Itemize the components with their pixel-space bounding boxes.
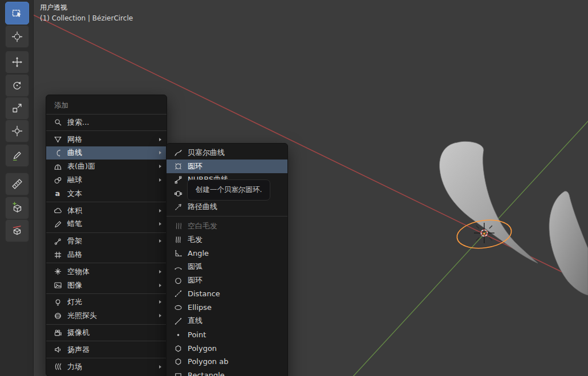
menu-item-volume[interactable]: 体积 — [46, 204, 167, 218]
menu-item-camera[interactable]: 摄像机 — [46, 326, 167, 340]
submenu-item-polygon[interactable]: Polygon — [167, 341, 287, 355]
submenu-item-arc[interactable]: 圆弧 — [167, 260, 287, 273]
tool-rotate-button[interactable] — [5, 74, 29, 97]
tooltip: 创建一个贝塞尔圆环. — [187, 179, 270, 201]
submenu-item-ellipse[interactable]: Ellipse — [167, 301, 287, 314]
tool-transform-button[interactable] — [5, 120, 29, 142]
tool-add-cube-button[interactable] — [5, 197, 29, 219]
grease-pencil-icon — [53, 219, 62, 228]
empty-hair-icon — [173, 222, 183, 231]
menu-separator — [46, 114, 167, 115]
nurbs-curve-icon — [173, 175, 183, 184]
menu-item-text[interactable]: a 文本 — [46, 187, 167, 201]
tool-select-box-button[interactable] — [5, 2, 29, 24]
tool-move-button[interactable] — [5, 51, 29, 73]
submenu-item-bezier-circle[interactable]: 圆环 — [167, 160, 287, 173]
tool-cursor-button[interactable] — [5, 25, 29, 48]
menu-item-speaker[interactable]: 扬声器 — [46, 343, 167, 357]
submenu-item-bezier-curve[interactable]: 贝塞尔曲线 — [167, 146, 287, 160]
nurbs-circle-icon — [173, 189, 183, 198]
curve-surface-object-1[interactable] — [440, 141, 538, 263]
polygon-ab-icon — [173, 357, 183, 366]
submenu-arrow-icon — [159, 365, 161, 369]
add-menu: 添加 搜索... 网格 曲线 表(曲)面 融球 a 文本 体积 蜡笔 — [46, 95, 167, 376]
submenu-arrow-icon — [159, 151, 161, 154]
breadcrumb: (1) Collection | BézierCircle — [40, 14, 133, 22]
cursor-icon — [11, 30, 23, 43]
menu-item-armature[interactable]: 骨架 — [46, 234, 167, 248]
empty-axes-icon — [53, 267, 62, 276]
submenu-arrow-icon — [159, 222, 161, 226]
submenu-item-empty-hair[interactable]: 空白毛发 — [167, 219, 287, 233]
submenu-arrow-icon — [159, 178, 161, 182]
submenu-arrow-icon — [159, 239, 161, 243]
menu-item-metaball[interactable]: 融球 — [46, 173, 167, 187]
text-icon: a — [53, 189, 62, 198]
line-icon — [173, 316, 183, 325]
curve-icon — [53, 148, 62, 157]
menu-item-image[interactable]: 图像 — [46, 279, 167, 292]
submenu-item-line[interactable]: 直线 — [167, 314, 287, 328]
menu-item-light[interactable]: 灯光 — [46, 296, 167, 309]
submenu-item-distance[interactable]: Distance — [167, 287, 287, 301]
submenu-item-angle[interactable]: Angle — [167, 247, 287, 260]
menu-item-grease-pencil[interactable]: 蜡笔 — [46, 218, 167, 231]
submenu-arrow-icon — [159, 165, 161, 168]
submenu-item-circle[interactable]: 圆环 — [167, 273, 287, 287]
circle-icon — [173, 276, 183, 285]
menu-separator — [46, 324, 167, 325]
mesh-icon — [53, 135, 62, 144]
bezier-curve-icon — [173, 148, 183, 157]
menu-separator — [167, 216, 287, 216]
object-origin-dot — [483, 232, 485, 235]
submenu-item-rectangle[interactable]: Rectangle — [167, 369, 287, 376]
submenu-arrow-icon — [159, 314, 161, 317]
scale-icon — [11, 102, 23, 115]
lattice-icon — [53, 250, 62, 259]
menu-item-empty[interactable]: 空物体 — [46, 265, 167, 279]
menu-item-search[interactable]: 搜索... — [46, 116, 167, 129]
ruler-icon — [11, 178, 23, 190]
tool-add-extra-button[interactable] — [5, 219, 29, 242]
rectangle-icon — [173, 371, 183, 376]
menu-separator — [46, 341, 167, 341]
submenu-item-path-curve[interactable]: 路径曲线 — [167, 200, 287, 214]
add-cube-icon — [11, 202, 23, 214]
curve-surface-object-2[interactable] — [549, 191, 588, 295]
view-perspective-label: 用户透视 — [40, 3, 67, 13]
tool-measure-button[interactable] — [5, 173, 29, 195]
ellipse-icon — [173, 303, 183, 312]
light-probe-icon — [53, 311, 62, 320]
arc-icon — [173, 262, 183, 271]
curve-submenu: 贝塞尔曲线 圆环 NURBS曲线 NURBS圆环 路径曲线 空白毛发 毛发 An… — [166, 143, 288, 376]
menu-item-force-field[interactable]: 力场 — [46, 360, 167, 374]
force-field-icon — [53, 362, 62, 371]
image-icon — [53, 281, 62, 290]
submenu-item-point[interactable]: Point — [167, 328, 287, 341]
pen-icon — [11, 149, 23, 162]
cube-slash-icon — [11, 224, 23, 237]
submenu-item-fur[interactable]: 毛发 — [167, 233, 287, 247]
submenu-arrow-icon — [159, 270, 161, 273]
menu-item-curve[interactable]: 曲线 — [46, 146, 167, 160]
camera-icon — [53, 328, 62, 337]
submenu-arrow-icon — [159, 300, 161, 304]
menu-item-lattice[interactable]: 晶格 — [46, 248, 167, 261]
menu-item-surface[interactable]: 表(曲)面 — [46, 160, 167, 173]
polygon-icon — [173, 344, 183, 353]
toolbar — [0, 0, 34, 376]
menu-separator — [46, 263, 167, 263]
menu-item-light-probe[interactable]: 光照探头 — [46, 309, 167, 322]
select-box-icon — [11, 7, 23, 19]
tool-scale-button[interactable] — [5, 97, 29, 120]
menu-separator — [46, 293, 167, 294]
rotate-icon — [11, 79, 23, 92]
distance-icon — [173, 289, 183, 299]
bezier-circle-icon — [173, 162, 183, 171]
tool-annotate-button[interactable] — [5, 144, 29, 167]
move-icon — [11, 56, 23, 68]
submenu-arrow-icon — [159, 138, 161, 141]
transform-icon — [11, 125, 23, 137]
submenu-item-polygon-ab[interactable]: Polygon ab — [167, 355, 287, 369]
menu-item-mesh[interactable]: 网格 — [46, 133, 167, 146]
